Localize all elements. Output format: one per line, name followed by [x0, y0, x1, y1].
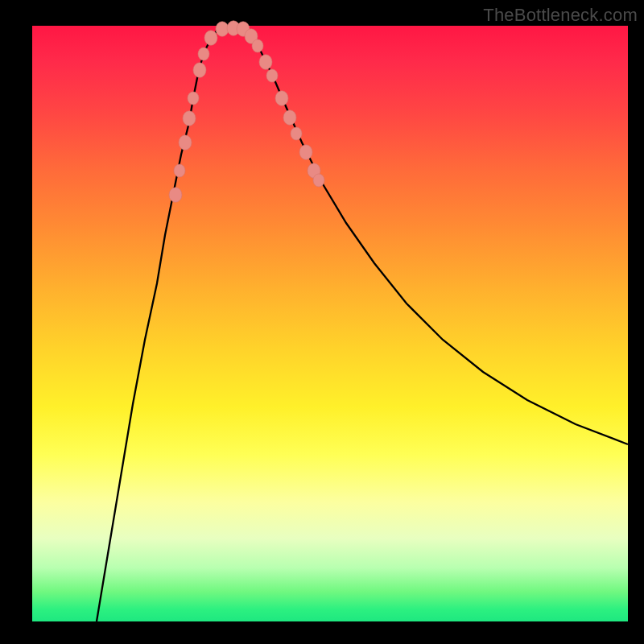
curve-marker: [169, 188, 182, 202]
curve-markers: [169, 21, 324, 202]
curve-marker: [183, 111, 196, 126]
curve-marker: [216, 22, 229, 36]
plot-area: [32, 26, 628, 621]
watermark-text: TheBottleneck.com: [483, 5, 638, 26]
curve-marker: [188, 92, 199, 105]
curve-marker: [299, 145, 312, 159]
curve-marker: [266, 69, 278, 82]
curve-marker: [198, 47, 209, 60]
curve-marker: [259, 55, 272, 69]
curve-marker: [179, 135, 192, 150]
curve-marker: [193, 63, 206, 77]
curve-right: [246, 30, 628, 444]
curve-marker: [283, 110, 296, 125]
curve-marker: [204, 31, 217, 45]
curve-marker: [291, 127, 302, 140]
curve-marker: [252, 39, 263, 52]
curve-left: [97, 30, 217, 621]
chart-frame: TheBottleneck.com: [0, 0, 644, 644]
curve-marker: [313, 174, 324, 187]
chart-svg: [32, 26, 628, 621]
curve-marker: [174, 164, 185, 177]
curve-marker: [275, 91, 288, 105]
